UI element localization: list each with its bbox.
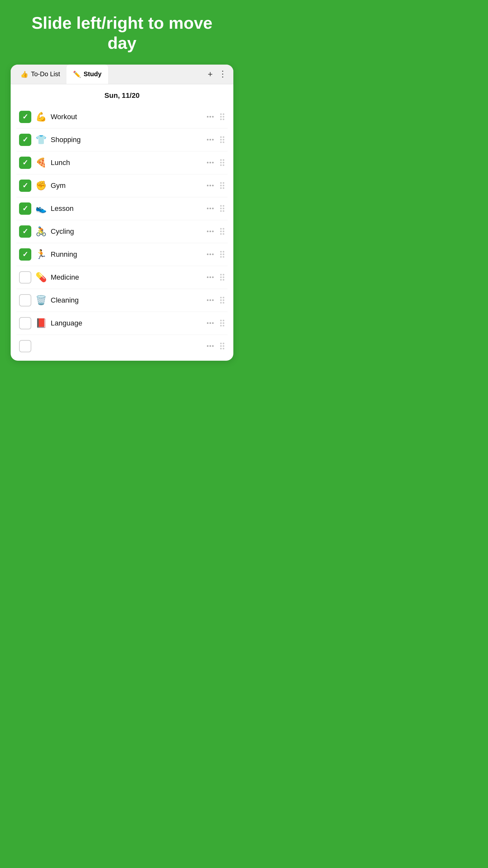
- item-more-button[interactable]: [207, 116, 214, 118]
- drag-dot-icon: [223, 182, 224, 184]
- more-dot-icon: [207, 208, 208, 209]
- more-tab-button[interactable]: ⋮: [219, 69, 227, 79]
- more-dot-icon: [212, 185, 214, 186]
- more-dot-icon: [209, 230, 211, 232]
- drag-handle[interactable]: [220, 205, 225, 213]
- more-dot-icon: [212, 162, 214, 163]
- item-label: Lesson: [51, 205, 203, 213]
- drag-dot-icon: [223, 185, 224, 186]
- drag-handle[interactable]: [220, 113, 225, 121]
- tab-study[interactable]: ✏️ Study: [66, 65, 108, 84]
- item-emoji: 🚴: [35, 226, 47, 237]
- checkbox[interactable]: [19, 271, 31, 283]
- drag-handle[interactable]: [220, 159, 225, 166]
- more-dot-icon: [212, 116, 214, 118]
- drag-handle[interactable]: [220, 250, 225, 258]
- drag-dot-icon: [220, 299, 222, 301]
- drag-dot-icon: [223, 276, 224, 278]
- drag-dot-icon: [223, 233, 224, 235]
- item-more-button[interactable]: [207, 276, 214, 278]
- checkbox[interactable]: [19, 317, 31, 330]
- drag-dot-icon: [220, 210, 222, 212]
- drag-dot-icon: [220, 253, 222, 255]
- drag-dot-icon: [220, 228, 222, 229]
- drag-dot-icon: [220, 164, 222, 166]
- todo-item: ✓🚴Cycling: [17, 220, 228, 243]
- drag-handle[interactable]: [220, 227, 225, 236]
- drag-dot-icon: [223, 139, 224, 141]
- drag-handle[interactable]: [220, 296, 225, 304]
- more-dot-icon: [207, 116, 208, 118]
- item-emoji: 💊: [35, 272, 47, 283]
- more-dot-icon: [212, 345, 214, 347]
- tab-bar: 👍 To-Do List ✏️ Study + ⋮: [11, 65, 233, 84]
- checkbox[interactable]: [19, 294, 31, 306]
- drag-dot-icon: [220, 187, 222, 189]
- drag-dot-icon: [223, 116, 224, 118]
- drag-dot-icon: [223, 253, 224, 255]
- drag-dot-icon: [223, 119, 224, 120]
- item-more-button[interactable]: [207, 230, 214, 232]
- item-label: Gym: [51, 182, 203, 190]
- tab-todo[interactable]: 👍 To-Do List: [14, 65, 66, 84]
- drag-handle[interactable]: [220, 135, 225, 144]
- item-more-button[interactable]: [207, 299, 214, 301]
- header-title: Slide left/right to move day: [0, 0, 244, 65]
- drag-dot-icon: [220, 159, 222, 161]
- item-emoji: 🍕: [35, 157, 47, 168]
- item-emoji: 📕: [35, 318, 47, 329]
- drag-handle[interactable]: [220, 273, 225, 281]
- todo-item: ✓🍕Lunch: [17, 151, 228, 175]
- item-more-button[interactable]: [207, 322, 214, 324]
- checkbox[interactable]: ✓: [19, 225, 31, 238]
- drag-dot-icon: [220, 343, 222, 344]
- more-dot-icon: [207, 276, 208, 278]
- more-dot-icon: [212, 230, 214, 232]
- checkbox[interactable]: ✓: [19, 180, 31, 192]
- checkmark-icon: ✓: [22, 182, 28, 189]
- drag-dot-icon: [220, 119, 222, 120]
- drag-dot-icon: [220, 325, 222, 327]
- drag-dot-icon: [220, 233, 222, 235]
- more-dot-icon: [209, 276, 211, 278]
- item-more-button[interactable]: [207, 253, 214, 255]
- drag-dot-icon: [220, 320, 222, 321]
- item-more-button[interactable]: [207, 345, 214, 347]
- item-more-button[interactable]: [207, 185, 214, 186]
- checkbox[interactable]: ✓: [19, 248, 31, 260]
- drag-dot-icon: [220, 136, 222, 138]
- drag-dot-icon: [223, 256, 224, 258]
- drag-dot-icon: [223, 142, 224, 143]
- more-dot-icon: [207, 139, 208, 141]
- drag-dot-icon: [223, 320, 224, 321]
- item-label: Lunch: [51, 159, 203, 167]
- item-more-button[interactable]: [207, 208, 214, 209]
- drag-dot-icon: [223, 343, 224, 344]
- checkbox[interactable]: [19, 340, 31, 352]
- drag-handle[interactable]: [220, 182, 225, 190]
- drag-handle[interactable]: [220, 319, 225, 327]
- more-dot-icon: [209, 162, 211, 163]
- todo-item: 💊Medicine: [17, 266, 228, 289]
- checkbox[interactable]: ✓: [19, 203, 31, 215]
- checkbox[interactable]: ✓: [19, 157, 31, 169]
- item-label: Language: [51, 319, 203, 328]
- item-more-button[interactable]: [207, 162, 214, 163]
- checkbox[interactable]: ✓: [19, 134, 31, 146]
- drag-dot-icon: [223, 348, 224, 349]
- drag-dot-icon: [223, 325, 224, 327]
- more-dot-icon: [207, 345, 208, 347]
- add-tab-button[interactable]: +: [208, 69, 213, 79]
- checkbox[interactable]: ✓: [19, 111, 31, 123]
- checkmark-icon: ✓: [22, 113, 28, 120]
- todo-tab-label: To-Do List: [31, 70, 60, 78]
- drag-dot-icon: [223, 274, 224, 275]
- drag-dot-icon: [223, 164, 224, 166]
- drag-dot-icon: [220, 230, 222, 232]
- drag-dot-icon: [220, 142, 222, 143]
- item-more-button[interactable]: [207, 139, 214, 141]
- drag-handle[interactable]: [220, 342, 225, 350]
- item-emoji: ✊: [35, 180, 47, 191]
- more-dot-icon: [209, 345, 211, 347]
- drag-dot-icon: [223, 251, 224, 252]
